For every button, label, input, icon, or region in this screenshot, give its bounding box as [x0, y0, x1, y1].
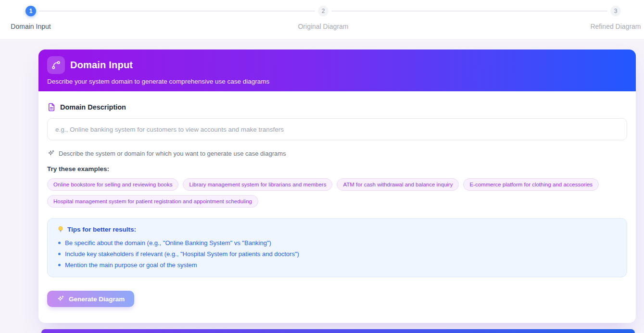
tips-panel: Tips for better results: Be specific abo… [47, 218, 627, 277]
step-connector-1 [39, 11, 315, 12]
step-connector-2 [331, 11, 607, 12]
examples-heading: Try these examples: [47, 165, 627, 173]
step-1-number: 1 [29, 8, 33, 14]
tip-bullet [58, 253, 61, 255]
sparkles-icon [47, 149, 55, 157]
bezier-curve-icon [51, 60, 61, 70]
step-2-circle: 2 [318, 6, 328, 16]
button-sparkles-icon [57, 295, 64, 303]
step-3-circle: 3 [610, 6, 621, 16]
step-3-number: 3 [614, 8, 618, 14]
generate-button-label: Generate Diagram [69, 296, 125, 303]
step-3-label: Refined Diagram [590, 23, 641, 30]
header-icon-box [47, 56, 65, 74]
tip-item: Be specific about the domain (e.g., "Onl… [57, 237, 617, 248]
example-chips: Online bookstore for selling and reviewi… [47, 178, 627, 208]
example-chip-hospital[interactable]: Hospital management system for patient r… [47, 195, 258, 208]
next-card-peek [41, 329, 635, 333]
card-subtitle: Describe your system domain to generate … [47, 78, 627, 85]
step-2-label: Original Diagram [298, 23, 348, 30]
example-chip-library[interactable]: Library management system for librarians… [183, 178, 332, 191]
tip-text: Mention the main purpose or goal of the … [65, 261, 197, 269]
tip-text: Be specific about the domain (e.g., "Onl… [65, 239, 271, 247]
tips-heading: Tips for better results: [67, 226, 136, 233]
example-chip-atm[interactable]: ATM for cash withdrawal and balance inqu… [337, 178, 459, 191]
tip-item: Include key stakeholders if relevant (e.… [57, 248, 617, 259]
generate-diagram-button[interactable]: Generate Diagram [47, 291, 134, 307]
tip-text: Include key stakeholders if relevant (e.… [65, 250, 299, 258]
card-header: Domain Input Describe your system domain… [38, 49, 636, 91]
tips-list: Be specific about the domain (e.g., "Onl… [57, 237, 617, 271]
tip-bullet [58, 264, 61, 266]
lightbulb-icon [57, 226, 64, 233]
domain-description-input[interactable] [47, 118, 627, 140]
domain-description-label: Domain Description [60, 103, 126, 111]
example-chip-bookstore[interactable]: Online bookstore for selling and reviewi… [47, 178, 178, 191]
step-1-label: Domain Input [11, 23, 51, 30]
tip-bullet [58, 242, 61, 244]
tip-item: Mention the main purpose or goal of the … [57, 259, 617, 271]
page: 1 Domain Input 2 Original Diagram 3 Refi… [0, 0, 644, 333]
card-body: Domain Description Describe the system o… [38, 91, 636, 307]
example-chip-ecommerce[interactable]: E-commerce platform for clothing and acc… [463, 178, 599, 191]
stepper: 1 Domain Input 2 Original Diagram 3 Refi… [0, 0, 644, 39]
helper-text: Describe the system or domain for which … [59, 150, 286, 157]
domain-input-card: Domain Input Describe your system domain… [38, 49, 636, 323]
file-text-icon [47, 103, 56, 111]
step-1-circle: 1 [25, 6, 36, 16]
card-title: Domain Input [70, 60, 133, 71]
step-2-number: 2 [322, 8, 325, 14]
